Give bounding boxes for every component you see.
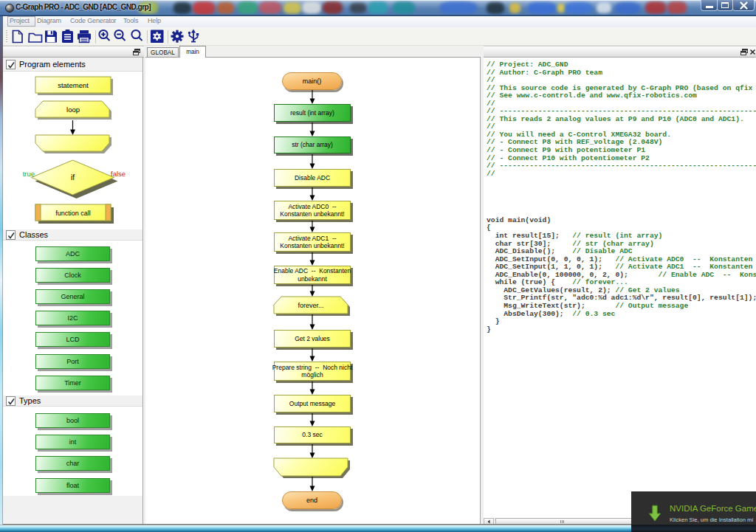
svg-text:false: false [111, 170, 126, 178]
svg-text:if: if [71, 173, 75, 182]
svg-text:forever...: forever... [298, 302, 323, 309]
svg-text:statement: statement [58, 81, 89, 89]
svg-text:function call: function call [55, 210, 91, 217]
svg-text:loop: loop [66, 106, 80, 114]
svg-text:true: true [23, 170, 35, 178]
